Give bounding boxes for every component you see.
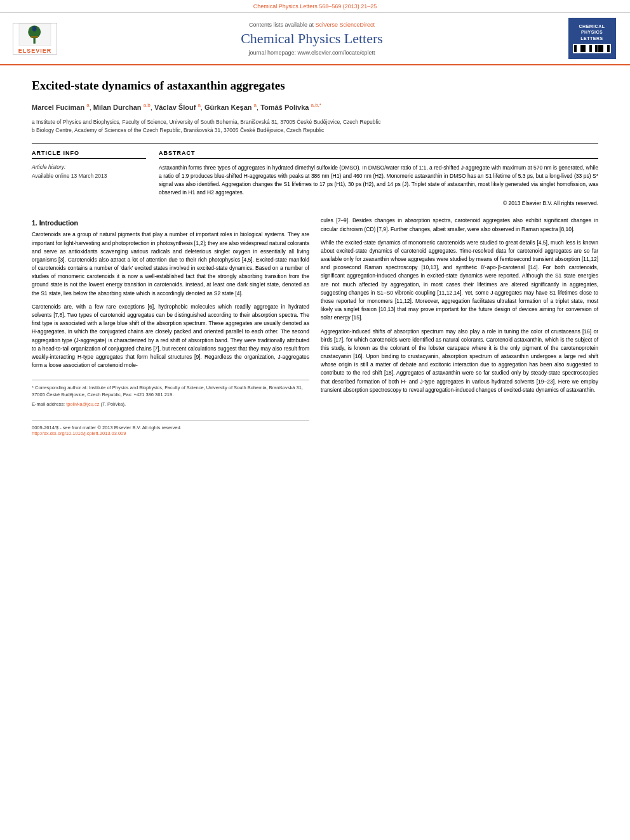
author-fuciman: Marcel Fuciman — [32, 103, 84, 110]
sciverse-link[interactable]: SciVerse ScienceDirect — [316, 22, 375, 28]
body-para-1: Carotenoids are a group of natural pigme… — [32, 230, 309, 297]
history-label: Article history: — [32, 164, 146, 170]
journal-homepage: journal homepage: www.elsevier.com/locat… — [70, 50, 554, 56]
available-online: Available online 13 March 2013 — [32, 173, 146, 179]
journal-title-banner: Chemical Physics Letters — [70, 30, 554, 47]
abstract-label: ABSTRACT — [159, 150, 598, 159]
journal-logo-barcode — [573, 44, 611, 53]
author-polivka: Tomáš Polívka — [260, 103, 309, 110]
main-content: Excited-state dynamics of astaxanthin ag… — [0, 65, 630, 449]
article-info-label: ARTICLE INFO — [32, 150, 146, 159]
body-right-col: cules [7–9]. Besides changes in absorpti… — [321, 217, 598, 436]
body-para-2: Carotenoids are, with a few rare excepti… — [32, 303, 309, 370]
elsevier-logo: ELSEVIER — [13, 23, 57, 55]
elsevier-logo-area: ELSEVIER — [13, 23, 57, 55]
body-para-4: While the excited-state dynamics of mono… — [321, 239, 598, 323]
doi-link[interactable]: http://dx.doi.org/10.1016/j.cplett.2013.… — [32, 430, 126, 436]
banner-center: Contents lists available at SciVerse Sci… — [57, 22, 566, 56]
bottom-bar: 0009-2614/$ - see front matter © 2013 El… — [32, 420, 309, 436]
svg-rect-4 — [30, 36, 38, 38]
abstract-copyright: © 2013 Elsevier B.V. All rights reserved… — [159, 200, 598, 206]
barcode-line — [574, 45, 577, 52]
author-kesan: Gürkan Keşan — [204, 103, 252, 110]
body-para-3: cules [7–9]. Besides changes in absorpti… — [321, 217, 598, 233]
body-para-5: Aggregation-induced shifts of absorption… — [321, 328, 598, 394]
journal-logo-img: CHEMICAL PHYSICS LETTERS — [568, 18, 616, 59]
article-header-section: ARTICLE INFO Article history: Available … — [32, 143, 598, 206]
contents-line: Contents lists available at SciVerse Sci… — [70, 22, 554, 28]
elsevier-banner: ELSEVIER Contents lists available at Sci… — [0, 13, 630, 65]
body-left-col: 1. Introduction Carotenoids are a group … — [32, 217, 309, 436]
article-info-col: ARTICLE INFO Article history: Available … — [32, 150, 146, 206]
affiliations: a Institute of Physics and Biophysics, F… — [32, 118, 598, 135]
journal-logo-title: CHEMICAL PHYSICS LETTERS — [579, 23, 605, 41]
svg-point-3 — [32, 26, 37, 31]
journal-header-bar: Chemical Physics Letters 568–569 (2013) … — [0, 0, 630, 13]
footnote-corresponding: * Corresponding author at: Institute of … — [32, 384, 309, 399]
author-durchan: Milan Durchan — [93, 103, 142, 110]
affiliation-b: b Biology Centre, Academy of Sciences of… — [32, 126, 598, 135]
footnote-email: E-mail address: tpolivka@jcu.cz (T. Polí… — [32, 401, 309, 408]
abstract-text: Astaxanthin forms three types of aggrega… — [159, 164, 598, 196]
elsevier-logo-text: ELSEVIER — [18, 48, 52, 54]
abstract-col: ABSTRACT Astaxanthin forms three types o… — [159, 150, 598, 206]
footnote-area: * Corresponding author at: Institute of … — [32, 380, 309, 408]
journal-logo-box: CHEMICAL PHYSICS LETTERS — [566, 18, 617, 59]
authors-line: Marcel Fuciman a, Milan Durchan a,b, Vác… — [32, 102, 598, 113]
body-two-col: 1. Introduction Carotenoids are a group … — [32, 217, 598, 436]
bottom-issn: 0009-2614/$ - see front matter © 2013 El… — [32, 425, 182, 436]
journal-ref: Chemical Physics Letters 568–569 (2013) … — [253, 3, 377, 10]
author-slouf: Václav Šlouf — [154, 103, 196, 110]
section1-heading: 1. Introduction — [32, 219, 309, 227]
footnote-email-link[interactable]: tpolivka@jcu.cz — [66, 401, 99, 407]
affiliation-a: a Institute of Physics and Biophysics, F… — [32, 118, 598, 126]
article-title: Excited-state dynamics of astaxanthin ag… — [32, 78, 598, 94]
